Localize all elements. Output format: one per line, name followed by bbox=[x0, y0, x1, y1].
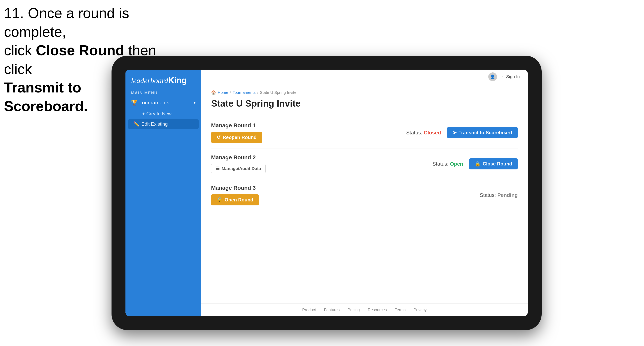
manage-audit-button[interactable]: ☰ Manage/Audit Data bbox=[211, 164, 266, 173]
sign-in-label[interactable]: Sign In bbox=[506, 74, 520, 79]
sidebar-edit-existing[interactable]: ✏️ Edit Existing bbox=[128, 119, 199, 129]
close-round-button[interactable]: 🔒 Close Round bbox=[469, 158, 518, 170]
breadcrumb-sep1: / bbox=[230, 90, 231, 95]
logo: leaderboardKing bbox=[131, 76, 196, 85]
audit-label: Manage/Audit Data bbox=[222, 166, 261, 171]
footer: Product Features Pricing Resources Terms… bbox=[201, 304, 528, 316]
round-2-right: Status: Open 🔒 Close Round bbox=[432, 158, 518, 170]
footer-resources[interactable]: Resources bbox=[368, 308, 387, 312]
round-2-status: Status: Open bbox=[432, 161, 463, 167]
reopen-label: Reopen Round bbox=[223, 135, 257, 140]
round-3-title: Manage Round 3 bbox=[211, 185, 259, 191]
instruction-line1: 11. Once a round is complete, bbox=[4, 5, 129, 40]
trophy-icon: 🏆 bbox=[131, 100, 138, 106]
transmit-icon: ➤ bbox=[453, 130, 456, 135]
breadcrumb-home-link[interactable]: Home bbox=[218, 90, 228, 95]
footer-features[interactable]: Features bbox=[324, 308, 340, 312]
logo-bold: King bbox=[168, 76, 186, 85]
sidebar-create-new[interactable]: ＋ + Create New bbox=[126, 109, 201, 119]
round-1-title: Manage Round 1 bbox=[211, 122, 262, 129]
reopen-round-button[interactable]: ↺ Reopen Round bbox=[211, 132, 262, 143]
top-nav: 👤 → Sign In bbox=[201, 70, 528, 84]
round-2-left: Manage Round 2 ☰ Manage/Audit Data bbox=[211, 154, 266, 173]
round-2-section: Manage Round 2 ☰ Manage/Audit Data Statu… bbox=[211, 149, 518, 179]
reopen-icon: ↺ bbox=[217, 135, 221, 140]
round-3-right: Status: Pending bbox=[480, 192, 518, 198]
round-1-right: Status: Closed ➤ Transmit to Scoreboard bbox=[406, 127, 518, 138]
logo-prefix: leaderboard bbox=[131, 76, 168, 85]
edit-existing-label: Edit Existing bbox=[142, 121, 168, 127]
sidebar-item-tournaments[interactable]: 🏆 Tournaments ▾ bbox=[126, 97, 201, 109]
close-round-label: Close Round bbox=[483, 161, 512, 167]
sign-in-arrow: → bbox=[500, 74, 504, 79]
round-1-buttons-left: ↺ Reopen Round bbox=[211, 132, 262, 143]
open-round-label: Open Round bbox=[224, 197, 253, 203]
instruction-transmit: Transmit to Scoreboard. bbox=[4, 80, 88, 114]
round-2-title: Manage Round 2 bbox=[211, 154, 266, 161]
user-avatar: 👤 bbox=[488, 72, 497, 81]
round-3-left: Manage Round 3 🔓 Open Round bbox=[211, 185, 259, 205]
round-3-buttons-left: 🔓 Open Round bbox=[211, 194, 259, 205]
breadcrumb: 🏠 Home / Tournaments / State U Spring In… bbox=[211, 90, 518, 95]
transmit-scoreboard-button[interactable]: ➤ Transmit to Scoreboard bbox=[447, 127, 518, 138]
sidebar: leaderboardKing MAIN MENU 🏆 Tournaments … bbox=[126, 70, 201, 316]
content-area: 🏠 Home / Tournaments / State U Spring In… bbox=[201, 84, 528, 304]
breadcrumb-home: 🏠 bbox=[211, 90, 216, 95]
round-1-section: Manage Round 1 ↺ Reopen Round Status: Cl… bbox=[211, 117, 518, 149]
tablet-screen: leaderboardKing MAIN MENU 🏆 Tournaments … bbox=[126, 70, 528, 316]
edit-icon: ✏️ bbox=[134, 121, 140, 127]
sign-in-area[interactable]: 👤 → Sign In bbox=[488, 72, 520, 81]
transmit-label: Transmit to Scoreboard bbox=[458, 130, 512, 135]
app-container: leaderboardKing MAIN MENU 🏆 Tournaments … bbox=[126, 70, 528, 316]
breadcrumb-sep2: / bbox=[257, 90, 258, 95]
footer-terms[interactable]: Terms bbox=[395, 308, 406, 312]
page-title: State U Spring Invite bbox=[211, 98, 518, 109]
create-new-label: + Create New bbox=[142, 111, 172, 117]
audit-icon: ☰ bbox=[216, 166, 220, 171]
round-3-section: Manage Round 3 🔓 Open Round Status: Pend… bbox=[211, 179, 518, 211]
chevron-down-icon: ▾ bbox=[194, 101, 196, 105]
breadcrumb-current: State U Spring Invite bbox=[260, 90, 296, 95]
round-2-buttons-left: ☰ Manage/Audit Data bbox=[211, 164, 266, 173]
open-round-button[interactable]: 🔓 Open Round bbox=[211, 194, 259, 205]
instruction-close-round: Close Round bbox=[36, 42, 124, 58]
round-2-status-value: Open bbox=[450, 161, 463, 167]
footer-pricing[interactable]: Pricing bbox=[348, 308, 360, 312]
footer-product[interactable]: Product bbox=[302, 308, 316, 312]
instruction-line2-prefix: click bbox=[4, 42, 36, 58]
main-content: 👤 → Sign In 🏠 Home / Tournaments / State bbox=[201, 70, 528, 316]
main-menu-label: MAIN MENU bbox=[126, 89, 201, 97]
round-1-status-value: Closed bbox=[424, 130, 441, 136]
tournaments-label: Tournaments bbox=[140, 100, 169, 106]
tablet-device: leaderboardKing MAIN MENU 🏆 Tournaments … bbox=[112, 56, 542, 330]
round-1-left: Manage Round 1 ↺ Reopen Round bbox=[211, 122, 262, 143]
unlock-icon: 🔓 bbox=[217, 197, 223, 203]
logo-area: leaderboardKing bbox=[126, 70, 201, 89]
round-3-status-value: Pending bbox=[497, 192, 518, 198]
footer-privacy[interactable]: Privacy bbox=[414, 308, 427, 312]
lock-icon: 🔒 bbox=[475, 161, 481, 167]
plus-icon: ＋ bbox=[136, 111, 140, 117]
round-3-status: Status: Pending bbox=[480, 192, 518, 198]
round-1-status: Status: Closed bbox=[406, 130, 441, 136]
breadcrumb-tournaments-link[interactable]: Tournaments bbox=[232, 90, 256, 95]
